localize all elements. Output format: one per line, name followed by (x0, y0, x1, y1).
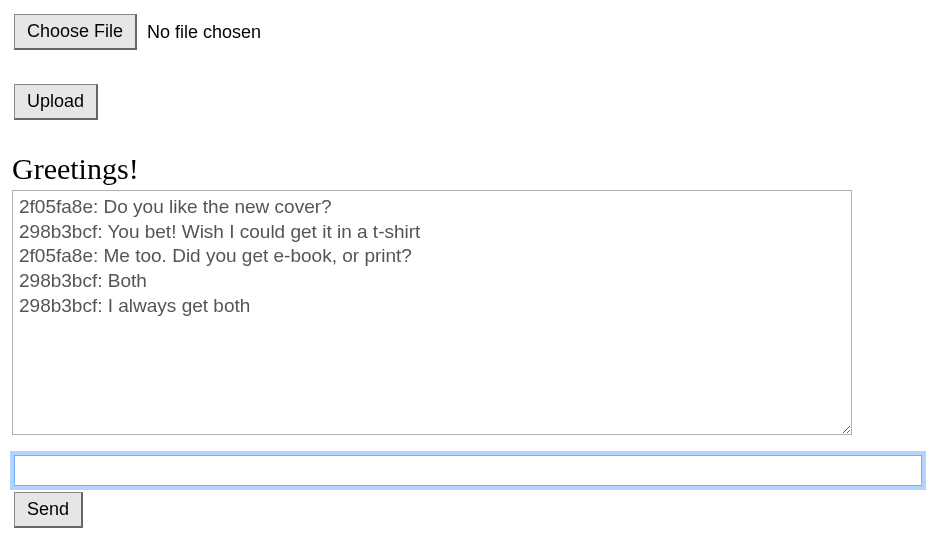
file-picker-row: Choose File No file chosen (12, 12, 934, 52)
message-input[interactable] (14, 455, 922, 486)
upload-button[interactable]: Upload (14, 84, 98, 120)
upload-row: Upload (12, 82, 934, 122)
send-button[interactable]: Send (14, 492, 83, 528)
chat-log[interactable] (12, 190, 852, 435)
page-title: Greetings! (12, 152, 934, 186)
file-chosen-status: No file chosen (147, 22, 261, 43)
choose-file-button[interactable]: Choose File (14, 14, 137, 50)
chat-input-row: Send (12, 455, 934, 530)
